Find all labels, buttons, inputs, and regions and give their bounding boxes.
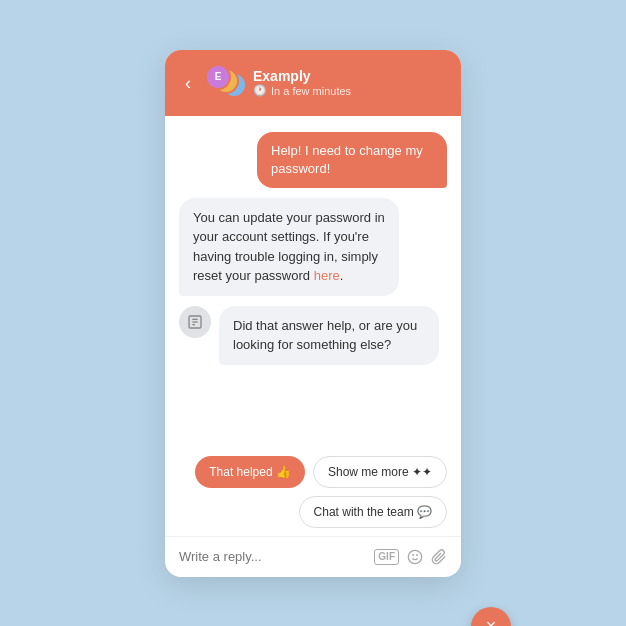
user-message: Help! I need to change my password!	[179, 132, 447, 188]
bot-text-1b: .	[340, 268, 344, 283]
input-area: GIF	[165, 536, 461, 577]
avatar-1: E	[205, 64, 231, 90]
action-row-2: Chat with the team 💬	[299, 496, 447, 528]
close-fab-button[interactable]: ×	[471, 607, 511, 627]
chat-header: ‹ E A B Examply 🕐 In a few minutes	[165, 50, 461, 116]
header-status: 🕐 In a few minutes	[253, 84, 351, 97]
action-buttons: That helped 👍 Show me more ✦✦ Chat with …	[165, 456, 461, 536]
status-text: In a few minutes	[271, 85, 351, 97]
header-name: Examply	[253, 68, 351, 84]
that-helped-button[interactable]: That helped 👍	[195, 456, 305, 488]
header-info: Examply 🕐 In a few minutes	[253, 68, 351, 97]
svg-point-4	[408, 550, 421, 563]
bot-bubble-2: Did that answer help, or are you looking…	[219, 306, 439, 365]
here-link[interactable]: here	[314, 268, 340, 283]
reply-input[interactable]	[179, 549, 366, 564]
bot-avatar-icon	[179, 306, 211, 338]
avatar-group: E A B	[205, 64, 243, 102]
chat-window: ‹ E A B Examply 🕐 In a few minutes Help!…	[165, 50, 461, 577]
action-row-1: That helped 👍 Show me more ✦✦	[195, 456, 447, 488]
bot-bubble-1: You can update your password in your acc…	[179, 198, 399, 296]
clock-icon: 🕐	[253, 84, 267, 97]
chat-with-team-button[interactable]: Chat with the team 💬	[299, 496, 447, 528]
bot-text-1a: You can update your password in your acc…	[193, 210, 385, 284]
fab-container: ×	[471, 607, 511, 627]
show-more-button[interactable]: Show me more ✦✦	[313, 456, 447, 488]
attach-button[interactable]	[431, 549, 447, 565]
emoji-button[interactable]	[407, 549, 423, 565]
bot-message-1: You can update your password in your acc…	[179, 198, 447, 296]
back-button[interactable]: ‹	[181, 72, 195, 94]
bot-message-2: Did that answer help, or are you looking…	[179, 306, 447, 365]
messages-area: Help! I need to change my password! You …	[165, 116, 461, 456]
gif-button[interactable]: GIF	[374, 549, 399, 565]
input-icons: GIF	[374, 549, 447, 565]
user-bubble: Help! I need to change my password!	[257, 132, 447, 188]
